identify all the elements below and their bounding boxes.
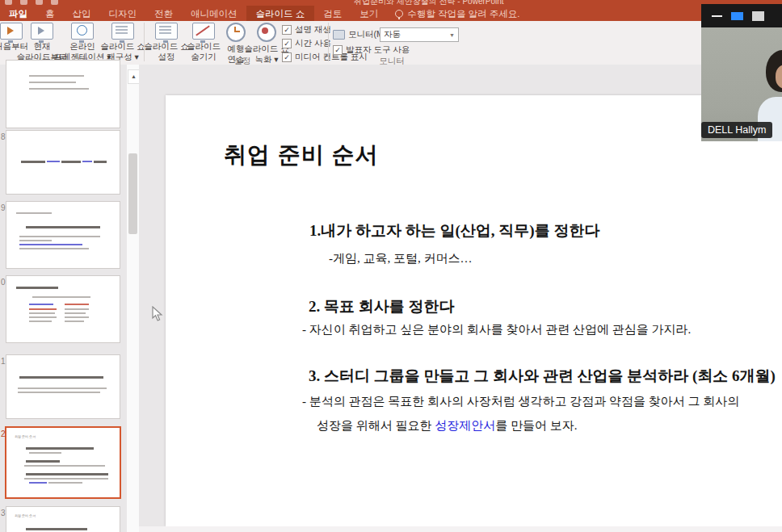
use-presenter-view-checkbox[interactable]: ✓발표자 도구 사용: [333, 44, 410, 56]
undo-icon[interactable]: [20, 0, 27, 5]
play-from-beginning-icon: [0, 23, 23, 40]
bottom-strip: [139, 526, 782, 532]
tab-design[interactable]: 디자인: [100, 6, 146, 22]
checkbox-check-icon: ✓: [282, 39, 292, 48]
slide-thumbnail-9[interactable]: 9: [6, 202, 120, 268]
online-presentation-icon: [71, 23, 94, 40]
slide-editing-area: 취업 준비 순서 1.내가 하고자 하는 일(산업, 직무)를 정한다 -게임,…: [139, 65, 782, 532]
growth-proposal-link[interactable]: 성장제안서: [435, 419, 495, 432]
slide-item-1: 1.내가 하고자 하는 일(산업, 직무)를 정한다: [309, 220, 599, 241]
slide-item-3-sub2: 성장을 위해서 필요한 성장제안서를 만들어 보자.: [317, 418, 578, 434]
ribbon-divider: [328, 23, 329, 61]
record-slideshow-icon: [257, 23, 276, 42]
restore-window-icon[interactable]: [731, 12, 743, 20]
tab-transitions[interactable]: 전환: [145, 6, 182, 22]
tab-review[interactable]: 검토: [314, 6, 351, 22]
monitor-select[interactable]: 자동▼: [380, 27, 459, 42]
tab-home[interactable]: 홈: [36, 6, 64, 22]
maximize-icon[interactable]: [752, 11, 764, 21]
slide-item-2: 2. 목표 회사를 정한다: [309, 296, 455, 317]
save-icon[interactable]: [5, 0, 12, 5]
slide-number: 9: [1, 203, 6, 212]
title-bar: 취업준비와 제안창출의 전략 - PowerPoint 파일 홈 삽입 디자인 …: [0, 0, 782, 21]
thumbnail-title: 취업 준비 순서: [15, 434, 36, 438]
powerpoint-window: 취업준비와 제안창출의 전략 - PowerPoint 파일 홈 삽입 디자인 …: [0, 0, 782, 532]
checkbox-check-icon: ✓: [282, 52, 292, 62]
hide-slide-icon: [192, 23, 215, 40]
tab-view[interactable]: 보기: [351, 6, 387, 22]
webcam-overlay-window[interactable]: DELL Hallym: [701, 4, 782, 141]
slide-thumbnail-10[interactable]: 0: [6, 276, 120, 342]
slide-thumbnail-7[interactable]: [6, 61, 120, 128]
custom-show-icon: [111, 23, 134, 40]
slide-number: 0: [1, 278, 6, 287]
slide-thumbnail-12-selected[interactable]: 2 취업 준비 순서: [6, 428, 120, 497]
tab-insert[interactable]: 삽입: [64, 6, 100, 22]
slide-number: 3: [1, 509, 6, 517]
start-show-icon[interactable]: [51, 0, 58, 5]
quick-access-toolbar[interactable]: [5, 0, 58, 5]
slide-item-3: 3. 스터디 그룹을 만들고 그 회사와 관련 산업을 분석하라 (최소 6개월…: [309, 366, 776, 387]
scroll-up-arrow-icon[interactable]: ▲: [128, 69, 140, 84]
rehearse-timings-icon: [226, 23, 246, 42]
ribbon: 처음부터 현재슬라이드부터 온라인프레젠테이션 ▾ 슬라이드 쇼재구성 ▾ 슬라…: [0, 21, 782, 65]
tab-file[interactable]: 파일: [0, 6, 36, 22]
webcam-title-bar: [701, 4, 782, 27]
slide-thumbnail-13[interactable]: 3 취업 준비 순서: [6, 507, 120, 532]
slide-item-1-sub: -게임, 교육, 포털, 커머스…: [329, 251, 473, 266]
slide-number: 1: [1, 357, 6, 366]
lightbulb-icon: [395, 10, 403, 18]
checkbox-check-icon: ✓: [333, 45, 343, 55]
checkbox-check-icon: ✓: [282, 25, 292, 35]
slide-item-3-sub1: - 분석의 관점은 목표한 회사의 사장처럼 생각하고 강점과 약점을 찾아서 …: [302, 394, 739, 409]
slide-thumbnail-11[interactable]: 1: [6, 355, 120, 418]
tell-me-label: 수행할 작업을 알려 주세요.: [407, 8, 519, 20]
slide-title: 취업 준비 순서: [224, 140, 379, 170]
slide-item-2-sub: - 자신이 취업하고 싶은 분야의 회사를 찾아서 관련 산업에 관심을 가지라…: [302, 322, 691, 337]
play-from-current-icon: [31, 23, 53, 40]
tell-me-box[interactable]: 수행할 작업을 알려 주세요.: [387, 8, 519, 20]
tab-slideshow[interactable]: 슬라이드 쇼: [246, 6, 315, 23]
thumbnail-title: 취업 준비 순서: [15, 513, 36, 517]
minimize-icon[interactable]: [712, 15, 722, 17]
current-slide-canvas[interactable]: 취업 준비 순서 1.내가 하고자 하는 일(산업, 직무)를 정한다 -게임,…: [166, 95, 782, 526]
slide-thumbnail-8[interactable]: 8: [6, 131, 120, 194]
scrollbar-thumb[interactable]: [128, 153, 137, 234]
thumbnail-scrollbar[interactable]: ▲: [127, 65, 139, 532]
chevron-down-icon: ▼: [449, 32, 455, 38]
custom-slideshow-button[interactable]: 슬라이드 쇼재구성 ▾: [103, 23, 142, 61]
ribbon-tabs: 파일 홈 삽입 디자인 전환 애니메이션 슬라이드 쇼 검토 보기 수행할 작업…: [0, 6, 519, 21]
webcam-video-feed: DELL Hallym: [701, 27, 782, 141]
slide-thumbnail-panel: 8 9 0: [0, 65, 139, 532]
participant-name-badge: DELL Hallym: [701, 122, 772, 138]
slide-number: 2: [1, 429, 6, 438]
slide-number: 8: [1, 132, 6, 141]
setup-slideshow-button[interactable]: 슬라이드 쇼설정: [147, 23, 186, 61]
tab-animations[interactable]: 애니메이션: [182, 6, 246, 22]
mouse-cursor: [152, 306, 163, 322]
setup-slideshow-icon: [155, 23, 178, 40]
redo-icon[interactable]: [36, 0, 43, 5]
monitor-icon: [333, 30, 345, 40]
